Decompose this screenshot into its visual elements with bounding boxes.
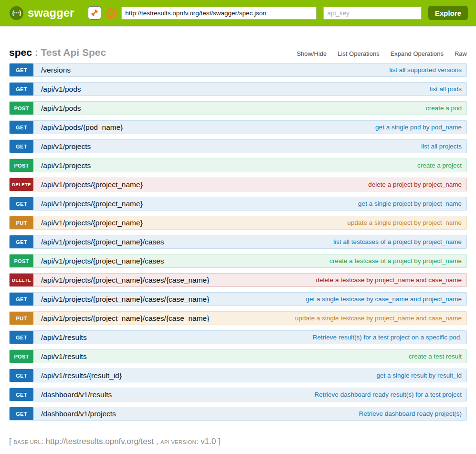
method-badge[interactable]: POST <box>10 350 33 363</box>
endpoint-summary[interactable]: update a single project by project_name <box>348 219 466 226</box>
api-key-input[interactable] <box>323 7 422 20</box>
method-badge[interactable]: GET <box>10 121 33 134</box>
endpoint-path[interactable]: /api/v1/projects/{project_name}/cases/{c… <box>41 276 209 285</box>
endpoint-row: DELETE /api/v1/projects/{project_name}/c… <box>9 273 467 287</box>
swagger-ui-content: spec : Test Api Spec Show/Hide List Oper… <box>9 47 467 446</box>
endpoint-summary[interactable]: list all testcases of a project by proje… <box>333 238 466 245</box>
endpoint-summary[interactable]: list all projects <box>421 143 466 150</box>
method-badge[interactable]: GET <box>10 235 33 248</box>
endpoint-row: PUT /api/v1/projects/{project_name} upda… <box>9 216 467 230</box>
swagger-brand-link[interactable]: {⋯} swagger <box>10 6 74 20</box>
endpoint-summary[interactable]: get a single project by project_name <box>358 200 466 207</box>
endpoint-path[interactable]: /api/v1/pods <box>41 85 81 94</box>
endpoint-summary[interactable]: create a pod <box>426 105 466 112</box>
endpoint-summary[interactable]: get a single pod by pod_name <box>375 124 466 131</box>
method-badge[interactable]: GET <box>10 83 33 95</box>
endpoint-summary[interactable]: create a testcase of a project by projec… <box>329 257 466 264</box>
method-badge[interactable]: GET <box>10 331 33 344</box>
endpoint-row: GET /dashboard/v1/results Retrieve dashb… <box>9 388 467 401</box>
endpoint-summary[interactable]: get a single result by result_id <box>376 372 466 379</box>
method-badge[interactable]: PUT <box>10 216 33 229</box>
method-badge[interactable]: GET <box>10 388 33 401</box>
endpoint-summary[interactable]: Retrieve dashboard ready project(s) <box>359 410 466 417</box>
endpoint-summary[interactable]: update a single testcase by project_name… <box>295 315 466 322</box>
bone-link-button[interactable] <box>88 6 101 20</box>
endpoint-summary[interactable]: list all supported versions <box>389 66 466 74</box>
spec-url-input[interactable] <box>121 7 317 20</box>
gear-heart-button[interactable] <box>105 7 117 20</box>
options-menu: Show/Hide List Operations Expand Operati… <box>291 50 467 57</box>
explore-button[interactable]: Explore <box>428 6 468 20</box>
endpoint-path[interactable]: /api/v1/projects <box>41 142 91 151</box>
method-badge[interactable]: GET <box>10 63 33 76</box>
method-badge[interactable]: GET <box>10 293 33 306</box>
endpoint-row: GET /api/v1/projects list all projects <box>9 139 467 153</box>
endpoint-path[interactable]: /api/v1/pods <box>41 104 81 113</box>
endpoint-row: DELETE /api/v1/projects/{project_name} d… <box>9 178 467 191</box>
endpoint-path[interactable]: /api/v1/results <box>41 333 87 342</box>
endpoint-path[interactable]: /api/v1/projects/{project_name}/cases/{c… <box>41 295 209 304</box>
footer-colon-2: : <box>196 437 201 446</box>
endpoint-row: GET /api/v1/results Retrieve result(s) f… <box>9 330 467 344</box>
endpoint-row: POST /api/v1/pods create a pod <box>9 101 467 115</box>
bone-icon <box>89 8 100 18</box>
endpoint-path[interactable]: /api/v1/projects/{project_name}/cases <box>41 257 164 265</box>
endpoint-path[interactable]: /api/v1/projects/{project_name}/cases <box>41 238 164 246</box>
menu-item-raw[interactable]: Raw <box>449 50 467 57</box>
endpoint-path[interactable]: /api/v1/projects/{project_name} <box>41 200 143 208</box>
base-url-value: http://testresults.opnfv.org/test <box>46 437 154 446</box>
menu-item-list-operations[interactable]: List Operations <box>332 50 384 57</box>
endpoint-path[interactable]: /api/v1/projects/{project_name} <box>41 180 143 189</box>
endpoint-path[interactable]: /api/v1/projects/{project_name}/cases/{c… <box>41 314 209 323</box>
title-separator: : <box>32 47 41 58</box>
method-badge[interactable]: GET <box>10 407 33 420</box>
footer-comma: , <box>154 437 160 446</box>
method-badge[interactable]: PUT <box>10 312 33 325</box>
method-badge[interactable]: GET <box>10 140 33 153</box>
method-badge[interactable]: POST <box>10 254 33 267</box>
endpoint-row: POST /api/v1/projects/{project_name}/cas… <box>9 254 467 268</box>
endpoint-list: GET /versions list all supported version… <box>9 63 467 421</box>
endpoint-row: POST /api/v1/results create a test resul… <box>9 349 467 363</box>
endpoint-path[interactable]: /api/v1/pods/{pod_name} <box>41 123 123 132</box>
menu-item-show-hide[interactable]: Show/Hide <box>291 50 332 57</box>
api-version-value: v1.0 <box>201 437 216 446</box>
endpoint-row: GET /api/v1/projects/{project_name}/case… <box>9 235 467 249</box>
endpoint-row: GET /api/v1/projects/{project_name} get … <box>9 197 467 211</box>
endpoint-summary[interactable]: get a single testcase by case_name and p… <box>306 296 466 303</box>
endpoint-summary[interactable]: list all pods <box>430 85 466 93</box>
footer-colon-1: : <box>41 437 45 446</box>
endpoint-row: GET /api/v1/pods/{pod_name} get a single… <box>9 120 467 134</box>
endpoint-path[interactable]: /versions <box>41 66 71 74</box>
endpoint-path[interactable]: /dashboard/v1/results <box>41 391 112 399</box>
endpoint-path[interactable]: /api/v1/projects/{project_name} <box>41 219 143 227</box>
endpoint-summary[interactable]: delete a project by project_name <box>368 181 466 188</box>
endpoint-row: GET /api/v1/pods list all pods <box>9 82 467 96</box>
footer-bracket-close: ] <box>216 437 220 446</box>
menu-item-expand-operations[interactable]: Expand Operations <box>385 50 449 57</box>
resource-header: spec : Test Api Spec Show/Hide List Oper… <box>9 47 467 58</box>
endpoint-path[interactable]: /dashboard/v1/projects <box>41 410 116 418</box>
method-badge[interactable]: DELETE <box>10 274 33 286</box>
base-url-footer: [ base url: http://testresults.opnfv.org… <box>9 437 467 446</box>
endpoint-summary[interactable]: Retrieve result(s) for a test project on… <box>313 334 466 341</box>
brand-title: swagger <box>28 6 74 20</box>
endpoint-summary[interactable]: create a project <box>417 162 466 169</box>
header-bar: {⋯} swagger <box>0 0 476 26</box>
endpoint-row: GET /api/v1/results/{result_id} get a si… <box>9 369 467 382</box>
endpoint-path[interactable]: /api/v1/projects <box>41 161 91 170</box>
endpoint-summary[interactable]: delete a testcase by project_name and ca… <box>316 276 466 284</box>
method-badge[interactable]: GET <box>10 197 33 210</box>
endpoint-path[interactable]: /api/v1/results <box>41 352 87 361</box>
method-badge[interactable]: POST <box>10 102 33 115</box>
method-badge[interactable]: DELETE <box>10 178 33 191</box>
method-badge[interactable]: GET <box>10 369 33 382</box>
endpoint-row: POST /api/v1/projects create a project <box>9 158 467 172</box>
endpoint-path[interactable]: /api/v1/results/{result_id} <box>41 371 122 380</box>
endpoint-row: GET /dashboard/v1/projects Retrieve dash… <box>9 407 467 421</box>
method-badge[interactable]: POST <box>10 159 33 172</box>
endpoint-summary[interactable]: Retrieve dashboard ready result(s) for a… <box>315 391 466 398</box>
base-url-label: base url <box>13 439 41 445</box>
gear-heart-icon <box>105 7 117 20</box>
endpoint-summary[interactable]: create a test result <box>409 353 466 360</box>
